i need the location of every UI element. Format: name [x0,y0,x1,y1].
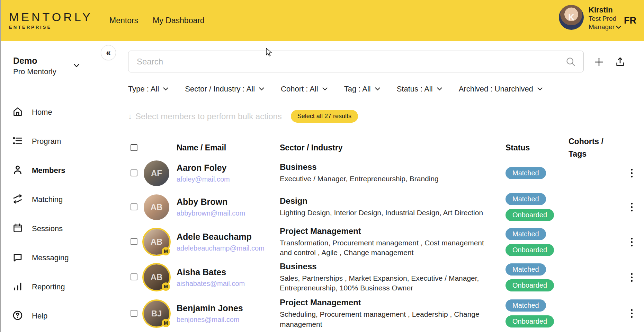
member-email[interactable]: benjones@mail.com [177,316,280,324]
avatar[interactable]: BJM [144,301,169,326]
member-specialties: Lighting Design, Interior Design, Indust… [280,208,494,218]
sidebar-item-home[interactable]: Home [1,106,99,119]
sidebar-item-members[interactable]: Members [1,164,99,177]
mentor-badge-icon: M [162,319,170,327]
top-navigation: Mentors My Dashboard [109,0,205,41]
select-all-results-button[interactable]: Select all 27 results [291,110,358,123]
mentor-badge-icon: M [162,247,170,255]
filter-sector-industry[interactable]: Sector / Industry : All [185,85,264,94]
sidebar-item-label: Messaging [32,253,69,262]
search-input[interactable] [128,51,565,72]
status-badge: Onboarded [506,209,554,221]
member-sector: Design [280,196,506,206]
user-name: Kirstin [589,6,621,15]
user-org-line2[interactable]: Manager [589,23,621,31]
brand-subtitle: ENTERPRISE [9,25,93,30]
member-sector: Project Management [280,226,506,236]
sidebar-item-help[interactable]: Help [1,309,99,323]
bulk-actions-hint: ↓ Select members to perform bulk actions [128,112,282,121]
mentor-badge-icon: M [162,282,170,291]
workspace-selector[interactable]: Demo Pro Mentorly [13,56,89,76]
search-bar [128,51,584,72]
main-content: « Type : All Sector / Industry : All Coh… [99,41,644,332]
sidebar-item-label: Members [32,166,65,175]
nav-mentors[interactable]: Mentors [109,16,138,25]
row-actions-menu[interactable] [627,270,636,285]
sidebar-item-label: Matching [32,195,63,204]
sidebar-item-messaging[interactable]: Messaging [1,251,99,264]
user-avatar[interactable]: K [559,5,584,30]
members-table: AF Aaron Foley afoley@mail.com Business … [99,156,644,332]
avatar[interactable]: AB [144,194,169,220]
row-actions-menu[interactable] [627,200,636,215]
row-checkbox[interactable] [131,169,137,176]
export-upload-button[interactable] [612,54,628,70]
header-status: Status [506,142,569,154]
table-row: AB Abby Brown abbybrown@mail.com Design … [99,190,644,224]
row-checkbox[interactable] [131,238,137,245]
member-name[interactable]: Benjamin Jones [177,303,280,313]
add-member-button[interactable] [591,54,607,70]
member-email[interactable]: aishabates@mail.com [177,280,280,288]
chevron-down-icon [259,87,264,91]
down-arrow-icon: ↓ [128,112,132,121]
sidebar-item-program[interactable]: Program [1,135,99,148]
chevron-down-icon [163,87,168,91]
select-all-checkbox[interactable] [131,144,137,151]
row-actions-menu[interactable] [627,234,636,250]
member-specialties: Sales, Partnerships , Market Expansion, … [280,273,494,293]
bar-chart-icon [12,281,23,293]
question-circle-icon [12,310,23,322]
member-name[interactable]: Abby Brown [177,197,280,207]
member-email[interactable]: adelebeauchamp@mail.com [177,244,280,252]
header-sector-industry: Sector / Industry [280,142,506,154]
member-sector: Project Management [280,298,506,307]
row-actions-menu[interactable] [627,306,636,321]
row-checkbox[interactable] [131,203,137,210]
member-email[interactable]: abbybrown@mail.com [177,209,280,217]
row-actions-menu[interactable] [627,166,636,181]
sidebar-collapse-button[interactable]: « [101,45,116,60]
member-sector: Business [280,162,506,172]
language-toggle[interactable]: FR [624,15,636,26]
status-badge: Matched [506,167,546,179]
member-name[interactable]: Aaron Foley [177,163,280,173]
table-row: ABM Aisha Bates aishabates@mail.com Busi… [99,260,644,295]
calendar-icon [12,223,23,235]
search-icon[interactable] [565,56,576,67]
top-bar: MENTORLY ENTERPRISE Mentors My Dashboard… [1,0,644,41]
row-checkbox[interactable] [131,310,137,317]
status-badge: Matched [506,263,546,276]
avatar[interactable]: AF [144,160,169,186]
member-email[interactable]: afoley@mail.com [177,175,280,183]
swap-arrows-icon [12,194,23,206]
chevron-down-icon [616,26,621,29]
workspace-subtitle: Pro Mentorly [13,67,89,76]
filter-archived[interactable]: Archived : Unarchived [459,85,543,94]
table-row: AF Aaron Foley afoley@mail.com Business … [99,156,644,190]
status-badge: Onboarded [506,279,554,291]
status-badge: Matched [506,193,546,205]
nav-my-dashboard[interactable]: My Dashboard [153,16,205,25]
sidebar-item-sessions[interactable]: Sessions [1,222,99,235]
member-name[interactable]: Adele Beauchamp [177,232,280,242]
sidebar-nav: Home Program Members Matching Sessions M… [1,106,99,323]
filter-cohort[interactable]: Cohort : All [281,85,328,94]
filter-status[interactable]: Status : All [397,85,442,94]
mentorly-logo[interactable]: MENTORLY ENTERPRISE [9,10,93,30]
filter-type[interactable]: Type : All [128,85,168,94]
sidebar-item-label: Program [32,137,61,146]
sidebar-item-matching[interactable]: Matching [1,193,99,206]
sidebar-item-reporting[interactable]: Reporting [1,280,99,294]
filter-tag[interactable]: Tag : All [344,85,380,94]
avatar[interactable]: ABM [144,264,169,290]
status-badge: Matched [506,228,546,240]
row-checkbox[interactable] [131,273,137,280]
member-specialties: Executive / Manager, Entrepreneurship, B… [280,174,494,184]
header-name-email: Name / Email [177,142,280,154]
bulk-actions-bar: ↓ Select members to perform bulk actions… [128,110,358,123]
member-name[interactable]: Aisha Bates [177,267,280,277]
user-menu[interactable]: K Kirstin Test Prod Manager [559,5,621,31]
sidebar-item-label: Help [32,312,47,321]
avatar[interactable]: ABM [144,229,169,255]
